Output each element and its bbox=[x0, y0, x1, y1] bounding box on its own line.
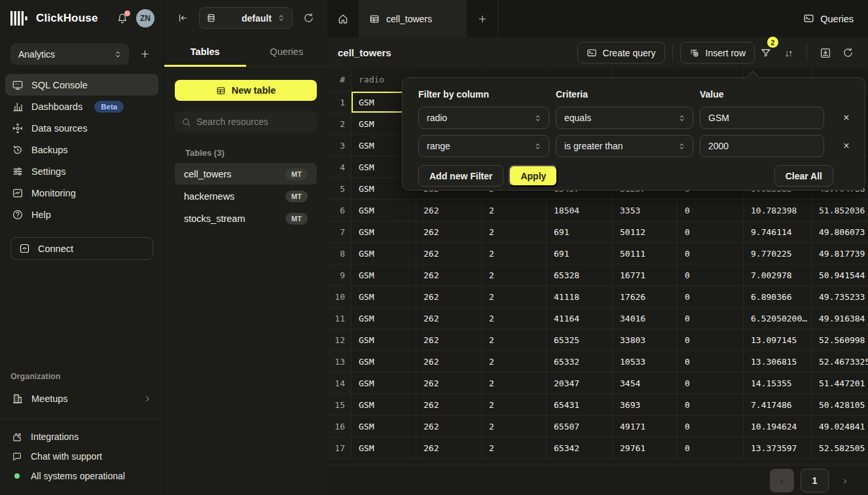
queries-button[interactable]: Queries bbox=[803, 13, 854, 24]
sort-button[interactable]: ↓↑ bbox=[777, 42, 799, 64]
insert-row-button[interactable]: Insert row bbox=[680, 42, 755, 64]
table-cell[interactable]: 65431 bbox=[547, 394, 613, 416]
table-cell[interactable]: GSM bbox=[352, 286, 416, 308]
table-cell[interactable]: 0 bbox=[678, 265, 744, 286]
table-cell[interactable]: 29761 bbox=[613, 437, 678, 459]
table-cell[interactable]: 2 bbox=[482, 373, 547, 394]
table-cell[interactable]: 34016 bbox=[613, 308, 678, 329]
column-header[interactable]: # bbox=[327, 68, 352, 92]
row-number[interactable]: 13 bbox=[327, 351, 352, 373]
table-cell[interactable]: 50.428105 bbox=[812, 394, 868, 416]
table-list-item-stocks-stream[interactable]: stocks_stream MT bbox=[175, 208, 317, 229]
new-tab-button[interactable] bbox=[467, 0, 498, 37]
table-cell[interactable]: 691 bbox=[547, 221, 613, 243]
row-number[interactable]: 12 bbox=[327, 329, 352, 351]
connect-button[interactable]: Connect bbox=[10, 237, 153, 260]
add-workspace-button[interactable] bbox=[137, 46, 153, 62]
table-cell[interactable]: GSM bbox=[352, 200, 416, 221]
row-number[interactable]: 1 bbox=[327, 92, 352, 113]
table-cell[interactable]: 65332 bbox=[547, 351, 613, 373]
row-number[interactable]: 4 bbox=[327, 156, 352, 178]
row-number[interactable]: 8 bbox=[327, 243, 352, 265]
filter-value-input[interactable] bbox=[708, 113, 817, 123]
table-cell[interactable]: 3353 bbox=[613, 200, 678, 221]
table-cell[interactable]: 2 bbox=[482, 265, 547, 286]
row-number[interactable]: 6 bbox=[327, 200, 352, 221]
table-cell[interactable]: 2 bbox=[482, 286, 547, 308]
table-cell[interactable]: 65328 bbox=[547, 265, 613, 286]
row-number[interactable]: 14 bbox=[327, 373, 352, 394]
table-cell[interactable]: 2 bbox=[482, 308, 547, 329]
table-cell[interactable]: 0 bbox=[678, 243, 744, 265]
table-cell[interactable]: 10533 bbox=[613, 351, 678, 373]
avatar[interactable]: ZN bbox=[136, 9, 154, 28]
filter-column-select[interactable]: range bbox=[418, 135, 549, 157]
table-cell[interactable]: GSM bbox=[352, 243, 416, 265]
table-cell[interactable]: 65507 bbox=[547, 416, 613, 437]
table-cell[interactable]: 2 bbox=[482, 437, 547, 459]
table-cell[interactable]: 0 bbox=[678, 221, 744, 243]
table-cell[interactable]: 50112 bbox=[613, 221, 678, 243]
prev-page-button[interactable]: ‹ bbox=[770, 469, 794, 492]
table-cell[interactable]: 262 bbox=[416, 308, 482, 329]
table-cell[interactable]: 51.447201 bbox=[812, 373, 868, 394]
refresh-panel-icon[interactable] bbox=[300, 10, 317, 26]
table-cell[interactable]: 0 bbox=[678, 416, 744, 437]
row-number[interactable]: 7 bbox=[327, 221, 352, 243]
table-cell[interactable]: 18504 bbox=[547, 200, 613, 221]
collapse-panel-icon[interactable] bbox=[175, 10, 191, 26]
table-cell[interactable]: 20347 bbox=[547, 373, 613, 394]
table-cell[interactable]: 49171 bbox=[613, 416, 678, 437]
table-cell[interactable]: 262 bbox=[416, 265, 482, 286]
remove-filter-button[interactable]: × bbox=[831, 140, 862, 152]
table-cell[interactable]: 41118 bbox=[547, 286, 613, 308]
filter-button[interactable]: 2 bbox=[755, 42, 777, 64]
table-cell[interactable]: 0 bbox=[678, 200, 744, 221]
table-cell[interactable]: GSM bbox=[352, 351, 416, 373]
table-cell[interactable]: 262 bbox=[416, 373, 482, 394]
sidebar-item-backups[interactable]: Backups bbox=[5, 139, 158, 160]
search-resources-input[interactable] bbox=[196, 117, 310, 127]
row-number[interactable]: 2 bbox=[327, 113, 352, 135]
table-cell[interactable]: 0 bbox=[678, 351, 744, 373]
table-cell[interactable]: 3693 bbox=[613, 394, 678, 416]
apply-button[interactable]: Apply bbox=[509, 165, 558, 187]
table-cell[interactable]: 50111 bbox=[613, 243, 678, 265]
table-cell[interactable]: GSM bbox=[352, 373, 416, 394]
current-page-button[interactable]: 1 bbox=[801, 469, 829, 492]
chat-support-link[interactable]: Chat with support bbox=[5, 447, 158, 466]
table-cell[interactable]: 262 bbox=[416, 416, 482, 437]
refresh-table-button[interactable] bbox=[837, 42, 859, 64]
table-cell[interactable]: 2 bbox=[482, 243, 547, 265]
add-filter-button[interactable]: Add new Filter bbox=[418, 165, 503, 187]
table-cell[interactable]: 50.941544 bbox=[812, 265, 868, 286]
table-cell[interactable]: 3454 bbox=[613, 373, 678, 394]
table-cell[interactable]: GSM bbox=[352, 416, 416, 437]
row-number[interactable]: 11 bbox=[327, 308, 352, 329]
notifications-bell-icon[interactable] bbox=[117, 12, 128, 24]
table-cell[interactable]: 49.817739 bbox=[812, 243, 868, 265]
table-cell[interactable]: 2 bbox=[482, 221, 547, 243]
table-cell[interactable]: 262 bbox=[416, 437, 482, 459]
table-cell[interactable]: 16771 bbox=[613, 265, 678, 286]
table-cell[interactable]: 262 bbox=[416, 243, 482, 265]
home-button[interactable] bbox=[327, 0, 359, 37]
table-cell[interactable]: 262 bbox=[416, 221, 482, 243]
table-cell[interactable]: 0 bbox=[678, 394, 744, 416]
table-cell[interactable]: 9.746114 bbox=[744, 221, 812, 243]
sidebar-item-meetups[interactable]: Meetups bbox=[5, 388, 158, 409]
filter-column-select[interactable]: radio bbox=[418, 107, 549, 129]
row-number[interactable]: 15 bbox=[327, 394, 352, 416]
table-cell[interactable]: 13.373597 bbox=[744, 437, 812, 459]
tab-cell-towers[interactable]: cell_towers bbox=[359, 0, 467, 37]
sidebar-item-sql-console[interactable]: SQL Console bbox=[5, 74, 158, 96]
remove-filter-button[interactable]: × bbox=[831, 112, 862, 124]
clear-all-button[interactable]: Clear All bbox=[774, 165, 833, 187]
sidebar-item-monitoring[interactable]: Monitoring bbox=[5, 182, 158, 204]
table-cell[interactable]: 691 bbox=[547, 243, 613, 265]
table-cell[interactable]: 14.15355 bbox=[744, 373, 812, 394]
row-number[interactable]: 9 bbox=[327, 265, 352, 286]
table-cell[interactable]: 0 bbox=[678, 373, 744, 394]
table-cell[interactable]: GSM bbox=[352, 221, 416, 243]
table-cell[interactable]: GSM bbox=[352, 329, 416, 351]
